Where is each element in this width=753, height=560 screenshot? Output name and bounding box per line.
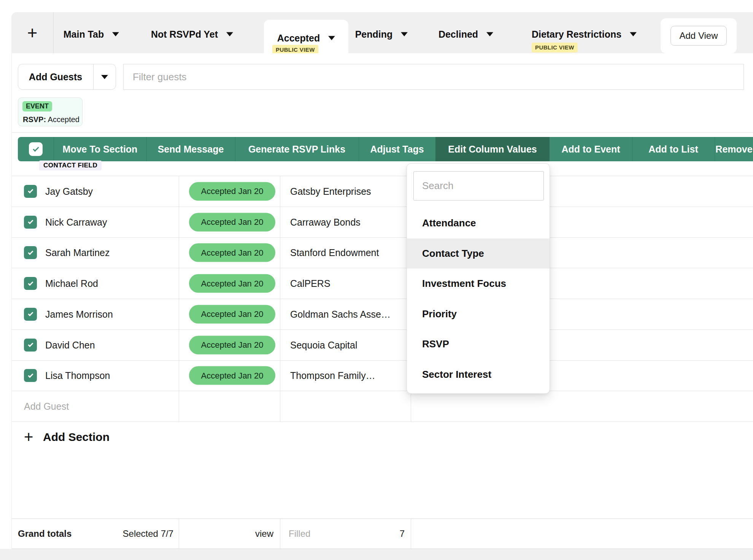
rsvp-status-pill[interactable]: Accepted Jan 20 [189,366,275,385]
rsvp-filter-chip[interactable]: EVENT RSVP: Accepted [18,97,83,126]
add-guests-split-button[interactable]: Add Guests [18,64,116,90]
tab-declined[interactable]: Declined [432,12,500,53]
table-row[interactable]: James Morrison Accepted Jan 20 Goldman S… [12,299,753,329]
chevron-down-icon[interactable] [630,32,637,37]
move-to-section-button[interactable]: Move To Section [54,137,146,161]
add-guests-label: Add Guests [18,64,93,89]
select-all-checkbox[interactable] [29,142,43,156]
rsvp-status-pill[interactable]: Accepted Jan 20 [189,305,275,323]
row-checkbox[interactable] [24,185,37,198]
chevron-down-icon[interactable] [112,32,119,37]
dropdown-item-contact-type[interactable]: Contact Type [407,239,550,269]
dropdown-item-investment-focus[interactable]: Investment Focus [407,269,550,299]
tab-bar-divider [53,12,54,53]
plus-icon: + [24,429,33,445]
guest-list-screen: + Main Tab Not RSVPd Yet Accepted PUBLIC… [0,0,753,560]
filter-guests-input[interactable] [123,64,744,90]
dropdown-item-rsvp[interactable]: RSVP [407,329,550,360]
company-cell[interactable]: Goldman Sachs Asse… [290,309,391,320]
generate-rsvp-links-button[interactable]: Generate RSVP Links [235,137,359,161]
remove-button[interactable]: Remove [715,137,753,161]
company-cell[interactable]: Gatsby Enterprises [290,186,371,197]
adjust-tags-button[interactable]: Adjust Tags [359,137,435,161]
check-icon [33,145,39,151]
tab-label: Declined [438,29,478,40]
rsvp-status-pill[interactable]: Accepted Jan 20 [189,336,275,354]
row-checkbox[interactable] [24,246,37,259]
column-select-dropdown: Attendance Contact Type Investment Focus… [407,163,550,394]
add-view-button[interactable]: Add View [670,26,727,46]
guest-name[interactable]: Michael Rod [45,278,98,289]
dropdown-item-priority[interactable]: Priority [407,299,550,329]
filled-label[interactable]: Filled [289,528,310,539]
add-section-label: Add Section [43,431,110,444]
rsvp-status-pill[interactable]: Accepted Jan 20 [189,213,275,231]
row-checkbox[interactable] [24,369,37,382]
tab-label: Not RSVPd Yet [151,29,218,40]
section-separator [12,132,753,133]
dropdown-search-input[interactable] [413,171,544,200]
totals-view-mode[interactable]: view [255,528,273,539]
chevron-down-icon[interactable] [226,32,233,37]
tab-not-rsvpd-yet[interactable]: Not RSVPd Yet [150,12,234,53]
row-checkbox[interactable] [24,216,37,229]
chevron-down-icon[interactable] [486,32,493,37]
table-row[interactable]: Michael Rod Accepted Jan 20 CalPERS [12,268,753,299]
chevron-down-icon[interactable] [328,36,335,40]
add-to-event-button[interactable]: Add to Event [550,137,632,161]
check-icon [28,188,33,193]
tab-accepted-active[interactable]: Accepted PUBLIC VIEW [264,20,348,53]
tab-main-tab[interactable]: Main Tab [57,12,126,53]
check-icon [28,311,33,316]
guest-name[interactable]: David Chen [45,339,95,350]
check-icon [28,219,33,224]
rsvp-status-pill[interactable]: Accepted Jan 20 [189,182,275,200]
add-guest-row[interactable]: Add Guest [12,391,753,422]
check-icon [28,250,33,255]
row-checkbox[interactable] [24,277,37,290]
rsvp-status-pill[interactable]: Accepted Jan 20 [189,243,275,262]
check-icon [28,372,33,378]
rsvp-status-pill[interactable]: Accepted Jan 20 [189,274,275,293]
tab-dietary-restrictions[interactable]: Dietary Restrictions PUBLIC VIEW [523,12,645,53]
rsvp-filter-text: RSVP: Accepted [23,115,79,124]
row-checkbox[interactable] [24,339,37,352]
dropdown-item-attendance[interactable]: Attendance [407,208,550,239]
grand-totals-label: Grand totals [18,528,71,539]
guest-table: Jay Gatsby Accepted Jan 20 Gatsby Enterp… [12,176,753,422]
guest-list-card: Add Guests EVENT RSVP: Accepted Move To … [11,53,753,549]
dropdown-item-sector-interest[interactable]: Sector Interest [407,360,550,390]
add-guests-dropdown-toggle[interactable] [94,64,116,89]
table-row[interactable]: Nick Carraway Accepted Jan 20 Carraway B… [12,207,753,237]
event-tag: EVENT [22,101,52,111]
row-checkbox[interactable] [24,308,37,321]
chevron-down-icon[interactable] [401,32,408,37]
company-cell[interactable]: CalPERS [290,278,330,289]
company-cell[interactable]: Carraway Bonds [290,216,361,228]
add-to-list-button[interactable]: Add to List [632,137,715,161]
company-cell[interactable]: Thompson Family… [290,370,375,381]
company-cell[interactable]: Sequoia Capital [290,339,357,350]
check-icon [28,280,33,286]
guest-name[interactable]: Jay Gatsby [45,186,93,197]
rsvp-filter-field: RSVP: [23,115,46,124]
guest-name[interactable]: Sarah Martinez [45,247,110,258]
guest-name[interactable]: Nick Carraway [45,216,107,228]
select-all-cell [18,137,54,161]
send-message-button[interactable]: Send Message [146,137,235,161]
check-icon [28,342,33,347]
table-row[interactable]: Jay Gatsby Accepted Jan 20 Gatsby Enterp… [12,176,753,207]
edit-column-values-button[interactable]: Edit Column Values [435,137,550,161]
add-section-button[interactable]: + Add Section [12,422,753,453]
guest-name[interactable]: James Morrison [45,309,113,320]
company-cell[interactable]: Stanford Endowment [290,247,379,258]
add-tab-button[interactable]: + [11,12,53,53]
table-row[interactable]: Sarah Martinez Accepted Jan 20 Stanford … [12,237,753,268]
table-row[interactable]: Lisa Thompson Accepted Jan 20 Thompson F… [12,360,753,391]
table-row[interactable]: David Chen Accepted Jan 20 Sequoia Capit… [12,329,753,360]
tab-pending[interactable]: Pending [347,12,416,53]
add-view-container: Add View [661,18,737,53]
selected-count: Selected 7/7 [123,528,173,539]
column-divider [280,519,280,549]
guest-name[interactable]: Lisa Thompson [45,370,110,381]
